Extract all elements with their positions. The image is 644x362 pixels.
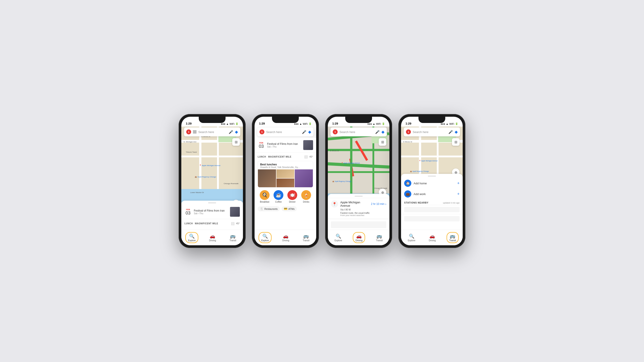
phone-1: 1:29 ●●● ▲ WiFi 🔋 <box>179 114 246 248</box>
event-date-1: FEB 03 <box>184 208 192 215</box>
nav-transit-label-1: Transit <box>230 239 236 242</box>
cat-dinner-2[interactable]: 🍽️ Dinner <box>288 190 297 203</box>
lunch-title-2: LUNCH MAGNIFICENT MILE <box>258 156 292 158</box>
search-input-4[interactable]: Search here <box>413 130 446 134</box>
layer-btn-4[interactable]: ⊞ <box>452 138 460 146</box>
nav-driving-label-3: Driving <box>356 239 362 242</box>
alert-badge-4: 1 <box>406 129 411 134</box>
nav-icon-2[interactable]: ◆ <box>308 129 311 134</box>
nav-transit-label-2: Transit <box>303 239 310 242</box>
sheet-handle-1 <box>208 202 216 203</box>
nav-transit-3[interactable]: 🚌 Transit <box>373 232 386 243</box>
nav-explore-label-4: Explore <box>408 239 415 242</box>
best-card-images-2 <box>258 169 313 187</box>
phone-screen-4: 1:29 ●●● ▲ WiFi 🔋 <box>401 117 463 245</box>
status-time-3: 1:29 <box>332 122 338 125</box>
bottom-nav-4: 🔍 Explore 🚗 Driving 🚌 Transit <box>401 230 463 245</box>
nav-explore-4[interactable]: 🔍 Explore <box>405 232 418 243</box>
layer-btn-3[interactable]: ⊞ <box>379 138 386 146</box>
add-work-4[interactable]: 💼 Add work + <box>401 189 463 199</box>
nav-transit-1[interactable]: 🚌 Transit <box>227 232 239 243</box>
bottom-nav-2: 🔍 Explore 🚗 Driving 🚌 Transit <box>254 230 316 245</box>
search-bar-1[interactable]: 1 Search here 🎤 ◆ <box>184 127 240 136</box>
location-card-3[interactable]: 📍 Apple Michigan Avenue 2 hr 10 min › Vi… <box>328 198 390 219</box>
status-icons-4: ●●● ▲ WiFi 🔋 <box>440 122 458 125</box>
stations-header-4: STATIONS NEARBY updated 3 min ago <box>401 199 463 205</box>
notch-1 <box>199 117 226 123</box>
nav-icon-4[interactable]: ◆ <box>455 129 458 134</box>
nav-transit-label-3: Transit <box>376 239 383 242</box>
explore-icon-1: 🔍 <box>189 233 195 239</box>
event-card-2[interactable]: FEB 03 Festival of Films from Iran Sat—T… <box>254 138 316 152</box>
search-input-2[interactable]: Search here <box>266 130 300 134</box>
driving-icon-2: 🚗 <box>283 233 288 239</box>
lunch-header-2: LUNCH MAGNIFICENT MILE ▤ 45° <box>254 152 316 160</box>
phone-frame-3: 1:29 ●●● ▲ WiFi 🔋 <box>325 114 392 248</box>
cat-breakfast-2[interactable]: 🍳 Breakfast <box>260 190 270 203</box>
event-card-1[interactable]: FEB 03 Festival of Films from Iran Sat—T… <box>181 205 243 219</box>
mic-icon-1[interactable]: 🎤 <box>229 130 233 134</box>
bottom-nav-3: 🔍 Explore 🚗 Driving 🚌 Transit <box>328 230 390 245</box>
transit-icon-3: 🚌 <box>376 233 382 239</box>
nav-transit-2[interactable]: 🚌 Transit <box>300 232 312 243</box>
food-image-3 <box>276 179 294 187</box>
notch-4 <box>418 117 445 123</box>
search-bar-3[interactable]: 1 Search here 🎤 ◆ <box>330 127 387 136</box>
nav-driving-label-4: Driving <box>429 239 436 242</box>
nav-driving-label-1: Driving <box>209 239 216 242</box>
mic-icon-4[interactable]: 🎤 <box>448 130 453 134</box>
phone-screen-2: 1:29 ●●● ▲ WiFi 🔋 1 Search here 🎤 ◆ <box>254 117 316 245</box>
search-input-3[interactable]: Search here <box>340 130 373 134</box>
best-card-2[interactable]: Best lunches Howells & Hood, Yolk Street… <box>258 161 313 187</box>
phone-frame-2: 1:29 ●●● ▲ WiFi 🔋 1 Search here 🎤 ◆ <box>252 114 319 248</box>
mic-icon-2[interactable]: 🎤 <box>302 130 306 134</box>
nav-explore-2[interactable]: 🔍 Explore <box>258 232 272 243</box>
search-bar-4[interactable]: 1 Search here 🎤 ◆ <box>404 127 460 136</box>
event-info-2: Festival of Films from Iran Sat—Thu <box>267 142 301 148</box>
transit-icon-2: 🚌 <box>303 233 309 239</box>
nav-icon-1[interactable]: ◆ <box>235 129 238 134</box>
nav-transit-label-4: Transit <box>449 239 456 242</box>
nav-transit-4[interactable]: 🚌 Transit <box>446 232 459 243</box>
station-item-2-4[interactable] <box>401 214 463 223</box>
phone-screen-3: 1:29 ●●● ▲ WiFi 🔋 <box>328 117 390 245</box>
mic-icon-3[interactable]: 🎤 <box>375 130 380 134</box>
full-sheet-2: FEB 03 Festival of Films from Iran Sat—T… <box>254 138 316 245</box>
location-pin-3: 📍 <box>331 200 338 208</box>
driving-icon-4: 🚗 <box>430 233 435 239</box>
search-input-1[interactable]: Search here <box>198 130 227 134</box>
event-thumb-1 <box>230 207 240 217</box>
phone-3: 1:29 ●●● ▲ WiFi 🔋 <box>325 114 392 248</box>
phone-frame-1: 1:29 ●●● ▲ WiFi 🔋 <box>179 114 246 248</box>
nav-driving-1[interactable]: 🚗 Driving <box>206 232 218 243</box>
transit-icon-4: 🚌 <box>450 233 455 239</box>
filter-restaurants-2[interactable]: 🍴 Restaurants <box>258 206 280 211</box>
phone-frame-4: 1:29 ●●● ▲ WiFi 🔋 <box>398 114 465 248</box>
status-time-1: 1:29 <box>186 122 192 125</box>
nav-driving-2[interactable]: 🚗 Driving <box>280 232 292 243</box>
food-image-4 <box>295 169 313 187</box>
nav-explore-1[interactable]: 🔍 Explore <box>185 232 198 243</box>
driving-icon-3: 🚗 <box>356 233 362 239</box>
search-bar-2[interactable]: 1 Search here 🎤 ◆ <box>257 127 314 136</box>
nav-driving-4[interactable]: 🚗 Driving <box>426 232 438 243</box>
status-icons-1: ●●● ▲ WiFi 🔋 <box>221 122 238 125</box>
nav-driving-3[interactable]: 🚗 Driving <box>353 232 365 243</box>
nav-icon-3[interactable]: ◆ <box>382 129 384 134</box>
lunch-title-1: LUNCH MAGNIFICENT MILE <box>184 222 218 225</box>
phone-4: 1:29 ●●● ▲ WiFi 🔋 <box>398 114 465 248</box>
cat-drinks-2[interactable]: 🍹 Drinks <box>301 190 311 203</box>
layer-btn-1[interactable]: ⊞ <box>232 138 240 146</box>
nav-explore-3[interactable]: 🔍 Explore <box>332 232 345 243</box>
sheet-handle-4 <box>428 176 436 177</box>
add-home-4[interactable]: 🏠 Add home + <box>401 178 463 189</box>
status-time-2: 1:29 <box>259 122 265 125</box>
filter-atms-2[interactable]: 💳 ATMs <box>282 206 297 211</box>
lunch-header-1: LUNCH MAGNIFICENT MILE ▤ 45° <box>181 219 243 227</box>
nav-explore-label-2: Explore <box>261 239 269 242</box>
station-item-1-4[interactable] <box>401 205 463 214</box>
cat-coffee-2[interactable]: ☕ Coffee <box>274 190 283 203</box>
hamburger-icon-1 <box>193 131 196 133</box>
status-icons-2: ●●● ▲ WiFi 🔋 <box>294 122 312 125</box>
event-info-1: Festival of Films from Iran Sat—Thu <box>194 209 228 215</box>
